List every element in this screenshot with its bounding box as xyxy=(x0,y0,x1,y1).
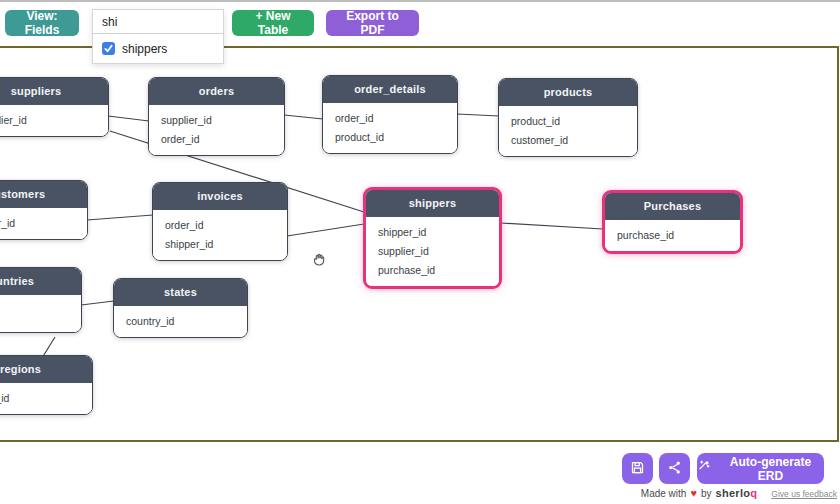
erd-table-shippers[interactable]: shippers shipper_idsupplier_idpurchase_i… xyxy=(363,187,502,289)
share-button[interactable] xyxy=(659,453,690,484)
dropdown-option-shippers[interactable]: shippers xyxy=(93,34,223,63)
field-order_id: order_id xyxy=(153,216,287,235)
erd-table-invoices[interactable]: invoices order_idshipper_id xyxy=(152,182,288,261)
table-fields: purchase_id xyxy=(605,220,740,251)
table-fields: order_idproduct_id xyxy=(323,103,457,153)
erd-table-orders[interactable]: orders supplier_idorder_id xyxy=(148,77,285,156)
field-product_id: product_id xyxy=(499,112,637,131)
field-shipper_id: shipper_id xyxy=(153,235,287,254)
field-order_id: order_id xyxy=(149,130,284,149)
view-fields-button[interactable]: View: Fields xyxy=(5,10,79,36)
table-fields: supplier_idorder_id xyxy=(149,105,284,155)
new-table-button[interactable]: + New Table xyxy=(232,10,314,36)
table-search-input[interactable] xyxy=(93,10,223,34)
erd-table-regions[interactable]: regions country_id xyxy=(0,355,93,415)
field-order_id: order_id xyxy=(323,109,457,128)
window-top-strip xyxy=(0,0,840,2)
table-name: regions xyxy=(0,356,92,383)
table-fields: country_id xyxy=(0,383,92,414)
table-name: Purchases xyxy=(605,193,740,220)
field-country_id: country_id xyxy=(0,389,92,408)
table-name: countries xyxy=(0,268,81,295)
field-purchase_id: purchase_id xyxy=(366,261,499,280)
table-name: suppliers xyxy=(0,78,108,105)
export-to-pdf-button[interactable]: Export to PDF xyxy=(326,10,419,36)
dropdown-option-label: shippers xyxy=(122,42,167,56)
field-supplier_id: supplier_id xyxy=(149,111,284,130)
erd-table-order-details[interactable]: order_details order_idproduct_id xyxy=(322,75,458,154)
checkbox-checked-icon[interactable] xyxy=(102,42,115,55)
table-fields: customer_id xyxy=(0,208,87,239)
save-button[interactable] xyxy=(622,453,653,484)
table-name: states xyxy=(114,279,247,306)
share-icon xyxy=(667,460,682,478)
erd-app-window: View: Fields shippers + New Table Export… xyxy=(0,0,840,504)
made-with-text: Made with xyxy=(641,488,687,499)
table-name: invoices xyxy=(153,183,287,210)
field-shipper_id: shipper_id xyxy=(366,223,499,242)
field-supplier_id: supplier_id xyxy=(0,111,108,130)
grab-hand-cursor-icon xyxy=(311,251,327,271)
erd-table-purchases[interactable]: Purchases purchase_id xyxy=(602,190,743,254)
table-search-panel: shippers xyxy=(92,9,224,64)
erd-table-states[interactable]: states country_id xyxy=(113,278,248,338)
table-name: order_details xyxy=(323,76,457,103)
table-fields: shipper_idsupplier_idpurchase_id xyxy=(366,217,499,286)
field-purchase_id: purchase_id xyxy=(605,226,740,245)
table-name: products xyxy=(499,79,637,106)
by-text: by xyxy=(701,488,712,499)
brand-logo: sherloq xyxy=(715,487,757,499)
erd-table-suppliers[interactable]: suppliers supplier_id xyxy=(0,77,109,137)
erd-table-customers[interactable]: customers customer_id xyxy=(0,180,88,240)
auto-generate-erd-button[interactable]: Auto-generate ERD xyxy=(697,453,824,484)
auto-generate-erd-label: Auto-generate ERD xyxy=(717,455,824,483)
field-customer_id: customer_id xyxy=(0,214,87,233)
save-floppy-icon xyxy=(630,460,645,478)
footer: Made with ♥ by sherloq Give us feedback xyxy=(641,487,837,499)
table-fields: supplier_id xyxy=(0,105,108,136)
table-fields xyxy=(0,295,81,332)
erd-table-countries[interactable]: countries xyxy=(0,267,82,333)
field-country_id: country_id xyxy=(114,312,247,331)
table-fields: product_idcustomer_id xyxy=(499,106,637,156)
heart-icon: ♥ xyxy=(690,487,697,499)
give-feedback-link[interactable]: Give us feedback xyxy=(771,489,837,499)
table-name: shippers xyxy=(366,190,499,217)
table-fields: country_id xyxy=(114,306,247,337)
field-product_id: product_id xyxy=(323,128,457,147)
table-fields: order_idshipper_id xyxy=(153,210,287,260)
field-customer_id: customer_id xyxy=(499,131,637,150)
field-supplier_id: supplier_id xyxy=(366,242,499,261)
magic-wand-icon xyxy=(697,460,711,477)
erd-table-products[interactable]: products product_idcustomer_id xyxy=(498,78,638,157)
table-name: orders xyxy=(149,78,284,105)
table-name: customers xyxy=(0,181,87,208)
